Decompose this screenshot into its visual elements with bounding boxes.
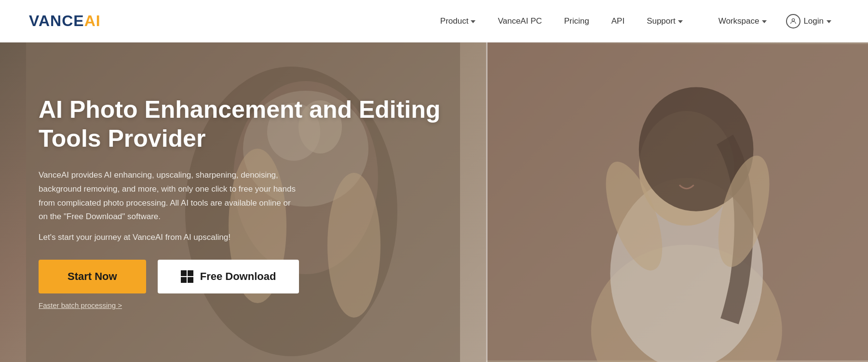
main-nav: Product VanceAI PC Pricing API Support [432, 13, 692, 30]
windows-icon [181, 270, 193, 283]
free-download-button[interactable]: Free Download [158, 260, 299, 293]
chevron-down-icon [471, 20, 475, 23]
chevron-down-icon [827, 20, 831, 23]
nav-item-product[interactable]: Product [432, 13, 485, 30]
nav-pricing-label: Pricing [564, 16, 589, 26]
nav-item-support[interactable]: Support [638, 13, 692, 30]
workspace-label: Workspace [719, 16, 760, 26]
start-now-button[interactable]: Start Now [39, 260, 146, 293]
hero-right-panel [486, 42, 868, 362]
nav-api-label: API [611, 16, 624, 26]
hero-divider [486, 42, 488, 362]
login-button[interactable]: Login [778, 10, 839, 32]
chevron-down-icon [678, 20, 683, 23]
header: VANCE AI Product VanceAI PC Pricing API … [0, 0, 868, 42]
nav-item-pricing[interactable]: Pricing [556, 13, 598, 30]
logo-vance-text: VANCE [29, 12, 84, 30]
logo-ai-text: AI [84, 12, 101, 30]
hero-buttons: Start Now Free Download [39, 260, 448, 293]
chevron-down-icon [762, 20, 767, 23]
svg-point-0 [792, 18, 795, 21]
nav-product-label: Product [440, 16, 469, 26]
hero-illustration-woman [486, 42, 868, 362]
logo[interactable]: VANCE AI [29, 12, 101, 30]
nav-item-vanceai-pc[interactable]: VanceAI PC [489, 13, 550, 30]
nav-vanceai-pc-label: VanceAI PC [498, 16, 542, 26]
hero-cta-text: Let's start your journey at VanceAI from… [39, 233, 448, 242]
faster-batch-processing-link[interactable]: Faster batch processing > [39, 301, 448, 309]
account-icon [786, 14, 800, 28]
nav-item-api[interactable]: API [603, 13, 633, 30]
nav-right: Workspace Login [711, 10, 839, 32]
free-download-label: Free Download [200, 270, 276, 283]
hero-title: AI Photo Enhancement and Editing Tools P… [39, 95, 448, 153]
workspace-button[interactable]: Workspace [711, 13, 775, 30]
nav-support-label: Support [647, 16, 676, 26]
hero-section: AI Photo Enhancement and Editing Tools P… [0, 42, 868, 362]
hero-content: AI Photo Enhancement and Editing Tools P… [0, 42, 486, 362]
login-label: Login [803, 16, 824, 26]
hero-description: VanceAI provides AI enhancing, upscaling… [39, 168, 299, 224]
